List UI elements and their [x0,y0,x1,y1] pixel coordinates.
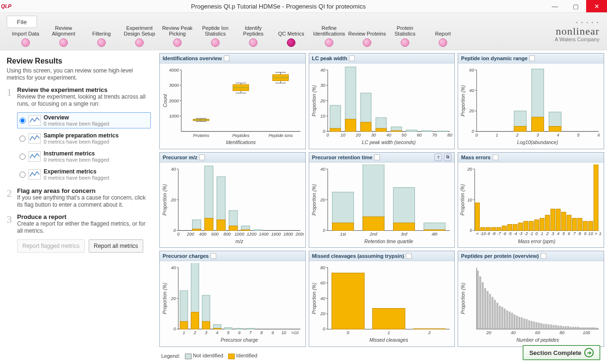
window-close-button[interactable]: ✕ [586,0,607,12]
workflow-step-refine-identifications[interactable]: Refine Identifications [310,21,348,47]
svg-rect-290 [484,288,486,329]
flag-icon[interactable] [529,55,535,61]
flag-icon[interactable] [349,55,355,61]
file-menu-button[interactable]: File [7,16,37,28]
card-header: LC peak width [309,54,455,64]
svg-rect-175 [486,228,490,230]
metric-view-radio-experiment-metrics[interactable]: Experiment metrics0 metrics have been fl… [17,166,151,182]
flag-icon[interactable] [406,253,412,259]
svg-rect-307 [526,319,528,329]
svg-text:10: 10 [340,133,346,137]
svg-rect-173 [475,203,479,230]
svg-text:1200: 1200 [247,231,257,236]
svg-rect-296 [499,306,501,329]
svg-text:-4: -4 [513,231,517,236]
metric-view-radio-sample-preparation-metrics[interactable]: Sample preparation metrics0 metrics have… [17,130,151,146]
flag-icon[interactable] [224,55,230,61]
svg-text:<: < [476,231,479,236]
card-header: Missed cleavages (assuming trypsin) [309,251,455,261]
chart-card-id_overview: Identifications overview 100020003000400… [159,53,306,149]
flag-icon[interactable] [493,155,498,160]
svg-rect-334 [592,328,594,329]
svg-text:60: 60 [320,281,325,285]
workflow-step-report[interactable]: Report [424,21,462,47]
workflow-step-label: Peptide Ion Statistics [196,21,234,36]
workflow-step-peptide-ion-statistics[interactable]: Peptide Ion Statistics [196,21,234,47]
svg-text:10: 10 [468,197,473,202]
report-all-button[interactable]: Report all metrics [89,239,143,253]
svg-text:30: 30 [371,133,376,137]
svg-rect-277 [331,273,364,329]
svg-rect-47 [360,122,371,131]
workflow-step-qc-metrics[interactable]: QC Metrics [272,21,310,47]
svg-rect-176 [491,228,496,230]
svg-text:30: 30 [320,83,325,88]
legend-swatch-not-identified [185,354,192,359]
radio-input[interactable] [19,118,26,124]
svg-text:6: 6 [598,133,600,137]
svg-text:9: 9 [584,231,587,236]
workflow-step-dot-icon [59,38,68,47]
window-maximize-button[interactable]: ▢ [565,0,586,12]
svg-text:0: 0 [535,231,538,236]
svg-text:20: 20 [486,330,492,335]
chart-card-prec_mz: Precursor m/z 02040020040060080010001200… [159,152,306,248]
svg-rect-84 [514,127,526,132]
card-header: Peptide ion dynamic range [458,54,604,64]
workflow-step-review-peak-picking[interactable]: Review Peak Picking [158,21,196,47]
svg-text:20: 20 [171,296,176,301]
svg-rect-189 [561,212,566,230]
svg-rect-242 [247,328,254,329]
svg-rect-336 [597,328,598,329]
svg-text:40: 40 [320,68,325,73]
svg-text:Proportion (%): Proportion (%) [312,283,317,314]
svg-text:Peptide ions: Peptide ions [268,133,293,138]
svg-rect-317 [550,325,552,329]
svg-rect-310 [533,322,535,329]
svg-text:5: 5 [577,133,580,137]
svg-text:20: 20 [467,166,473,171]
svg-text:Proportion (%): Proportion (%) [162,184,167,215]
svg-rect-320 [558,326,560,329]
radio-input[interactable] [19,154,26,160]
svg-rect-298 [504,309,506,329]
popout-icon[interactable]: ⧉ [444,154,451,161]
chart-card-lc_peak: LC peak width 01020304001020304050607080… [309,53,455,149]
metric-view-radio-instrument-metrics[interactable]: Instrument metrics0 metrics have been fl… [17,148,151,164]
svg-text:-10: -10 [480,231,487,236]
workflow-step-identify-peptides[interactable]: Identify Peptides [234,21,272,47]
metric-view-radio-overview[interactable]: Overview0 metrics have been flagged [17,112,151,128]
flag-icon[interactable] [374,155,380,160]
svg-text:Retention time quartile: Retention time quartile [364,239,413,244]
svg-rect-287 [477,271,479,329]
workflow-step-review-proteins[interactable]: Review Proteins [348,21,386,47]
flag-icon[interactable] [199,155,205,160]
chart-body: 020406080012Missed cleavagesProportion (… [309,261,455,346]
workflow-step-filtering[interactable]: Filtering [83,21,120,47]
radio-input[interactable] [19,172,26,178]
workflow-step-protein-statistics[interactable]: Protein Statistics [386,21,424,47]
radio-label: Overview0 metrics have been flagged [44,114,109,127]
flag-icon[interactable] [211,253,216,259]
svg-text:LC peak width (seconds): LC peak width (seconds) [362,140,415,145]
svg-rect-331 [584,328,586,329]
svg-rect-321 [560,326,562,329]
svg-rect-305 [521,318,523,329]
svg-rect-315 [545,324,547,329]
svg-text:60: 60 [417,133,422,137]
workflow-step-experiment-design-setup[interactable]: Experiment Design Setup [120,21,158,47]
report-flagged-button[interactable]: Report flagged metrics [17,239,85,253]
flag-icon[interactable] [541,253,546,259]
help-icon[interactable]: ? [434,154,442,161]
workflow-step-dot-icon [401,38,409,47]
svg-rect-156 [393,223,414,230]
window-minimize-button[interactable]: — [544,0,565,12]
radio-input[interactable] [19,136,26,142]
workflow-step-label: Protein Statistics [386,21,424,36]
section-complete-button[interactable]: Section Complete ➔ [523,345,600,360]
workflow-step-dot-icon [249,38,258,47]
svg-rect-188 [556,209,561,230]
workflow-step-review-alignment[interactable]: Review Alignment [45,21,83,47]
svg-rect-308 [528,320,530,329]
step3-title: Produce a report [17,213,151,220]
